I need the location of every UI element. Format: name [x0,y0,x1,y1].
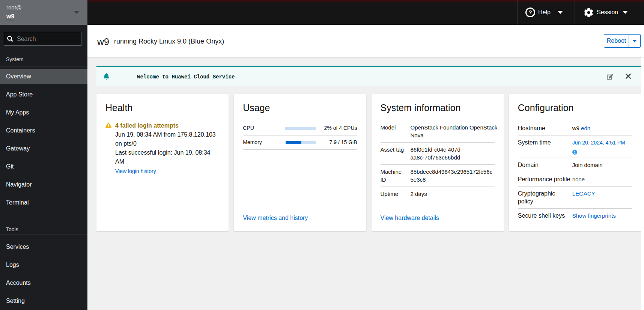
svg-text:?: ? [528,9,532,15]
